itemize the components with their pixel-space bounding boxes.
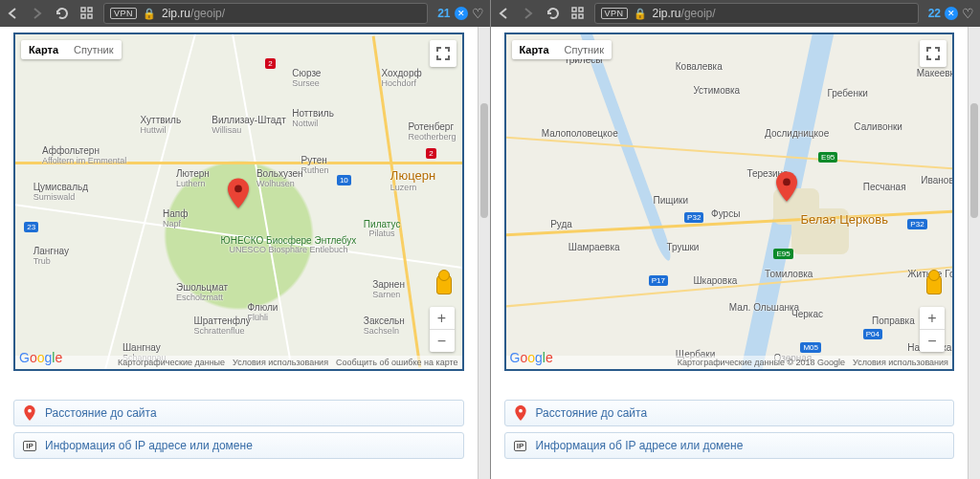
map-place-label: Шамраевка bbox=[568, 242, 620, 252]
zoom-controls: + − bbox=[920, 307, 945, 352]
forward-button[interactable] bbox=[31, 7, 44, 20]
map-place-label: Виллизау-ШтадтWillisau bbox=[212, 115, 286, 135]
map-type-map[interactable]: Карта bbox=[21, 40, 66, 59]
map-type-satellite[interactable]: Спутник bbox=[66, 40, 121, 59]
map-place-label: Трушки bbox=[666, 242, 699, 252]
zoom-controls: + − bbox=[430, 307, 455, 352]
map-type-satellite[interactable]: Спутник bbox=[557, 40, 612, 59]
svg-rect-3 bbox=[88, 14, 92, 18]
map-pin-icon bbox=[228, 178, 249, 208]
map-container[interactable]: Карта Спутник + − СюрзеSurseeНоттвильNot… bbox=[13, 33, 464, 371]
adblock-icon[interactable]: ✕ bbox=[945, 7, 958, 20]
reload-button[interactable] bbox=[56, 7, 69, 20]
reload-button[interactable] bbox=[546, 7, 560, 20]
lock-icon: 🔒 bbox=[634, 8, 647, 20]
widget-distance-label: Расстояние до сайта bbox=[45, 406, 157, 420]
map-place-label: ПилатусPilatus bbox=[364, 219, 401, 239]
zoom-out-button[interactable]: − bbox=[920, 330, 945, 352]
zoom-in-button[interactable]: + bbox=[920, 307, 945, 330]
map-place-label: ШраттенфлуSchrattenflue bbox=[194, 316, 251, 336]
svg-point-5 bbox=[28, 409, 32, 413]
map-place-label: ХуттвильHuttwil bbox=[141, 115, 182, 135]
map-place-label: ЛюцернLuzern bbox=[390, 168, 435, 192]
ip-badge-icon: IP bbox=[22, 438, 37, 453]
map-place-label: ЗаксельнSachseln bbox=[364, 316, 405, 336]
map-place-label: Пищики bbox=[653, 195, 688, 206]
road-badge: 2 bbox=[426, 148, 435, 159]
svg-rect-0 bbox=[81, 8, 85, 11]
road-badge: M05 bbox=[800, 342, 821, 353]
map-place-label: РотенбергReotherberg bbox=[409, 121, 457, 142]
widget-distance[interactable]: Расстояние до сайта bbox=[13, 400, 464, 426]
ip-badge-icon: IP bbox=[513, 438, 528, 453]
map-place-label: Поправка bbox=[872, 316, 915, 326]
road-badge: 10 bbox=[337, 175, 351, 185]
map-type-switch[interactable]: Карта Спутник bbox=[512, 40, 612, 59]
map-place-label: ЦумисвальдSumiswald bbox=[33, 182, 88, 202]
road-badge: P04 bbox=[863, 329, 882, 339]
zoom-in-button[interactable]: + bbox=[430, 307, 455, 330]
browser-pane-left: VPN 🔒 2ip.ru/geoip/ 21 ✕ ♡ Карта bbox=[0, 0, 491, 479]
map-place-label: АффольтернAffoltern im Emmental bbox=[42, 145, 126, 165]
road-badge: P32 bbox=[684, 212, 703, 223]
road-badge: E95 bbox=[818, 152, 837, 163]
address-bar[interactable]: VPN 🔒 2ip.ru/geoip/ bbox=[594, 3, 919, 24]
dual-browser-view: VPN 🔒 2ip.ru/geoip/ 21 ✕ ♡ Карта bbox=[0, 0, 980, 479]
widget-distance[interactable]: Расстояние до сайта bbox=[504, 400, 955, 426]
fullscreen-button[interactable] bbox=[430, 40, 457, 67]
map-place-label: ФлюлиFlühli bbox=[248, 302, 278, 322]
back-button[interactable] bbox=[6, 7, 19, 20]
google-logo: Google bbox=[19, 350, 62, 365]
vpn-badge[interactable]: VPN bbox=[601, 8, 628, 19]
speed-dial-button[interactable] bbox=[80, 7, 94, 20]
page-content: Карта Спутник + − Белая ЦерковьКовалевка… bbox=[491, 27, 969, 479]
heart-icon[interactable]: ♡ bbox=[472, 6, 484, 21]
zoom-out-button[interactable]: − bbox=[430, 330, 455, 352]
blocked-count: 22 bbox=[928, 7, 941, 20]
widget-ipinfo[interactable]: IP Информация об IP адресе или домене bbox=[13, 432, 464, 459]
scrollbar[interactable] bbox=[968, 27, 980, 479]
svg-rect-2 bbox=[81, 14, 85, 18]
svg-rect-1 bbox=[88, 8, 92, 11]
lock-icon: 🔒 bbox=[143, 8, 156, 20]
svg-rect-8 bbox=[572, 14, 576, 18]
forward-button[interactable] bbox=[522, 7, 535, 20]
pegman-icon[interactable] bbox=[924, 273, 945, 302]
map-place-label: Руда bbox=[550, 219, 572, 229]
pegman-icon[interactable] bbox=[434, 273, 455, 302]
distance-pin-icon bbox=[513, 405, 528, 421]
map-place-label: Белая Церковь bbox=[800, 212, 888, 227]
adblock-icon[interactable]: ✕ bbox=[455, 7, 468, 20]
heart-icon[interactable]: ♡ bbox=[962, 6, 974, 21]
toolbar-tray: 21 ✕ ♡ bbox=[437, 6, 483, 21]
distance-pin-icon bbox=[22, 405, 37, 421]
map-place-label: ЭшольцматEscholzmatt bbox=[176, 282, 228, 302]
map-place-label: Ивановка bbox=[921, 175, 954, 185]
map-place-label: Шкаровка bbox=[693, 275, 737, 286]
address-bar[interactable]: VPN 🔒 2ip.ru/geoip/ bbox=[103, 3, 428, 24]
widgets: Расстояние до сайта IP Информация об IP … bbox=[504, 400, 955, 459]
map-pin-icon bbox=[776, 171, 797, 202]
browser-toolbar: VPN 🔒 2ip.ru/geoip/ 22 ✕ ♡ bbox=[491, 0, 981, 27]
svg-rect-6 bbox=[572, 8, 576, 11]
scrollbar-thumb[interactable] bbox=[970, 103, 978, 218]
speed-dial-button[interactable] bbox=[571, 7, 585, 20]
map-place-label: ЗарненSarnen bbox=[372, 279, 405, 299]
fullscreen-button[interactable] bbox=[920, 40, 947, 67]
scrollbar[interactable] bbox=[478, 27, 490, 479]
map-place-label: НоттвильNottwil bbox=[292, 108, 334, 128]
map-place-label: ЛангнауTrub bbox=[33, 246, 69, 266]
map-type-map[interactable]: Карта bbox=[512, 40, 557, 59]
map-place-label: Малополовецкое bbox=[542, 128, 618, 139]
svg-point-10 bbox=[784, 179, 791, 186]
browser-toolbar: VPN 🔒 2ip.ru/geoip/ 21 ✕ ♡ bbox=[0, 0, 490, 27]
back-button[interactable] bbox=[497, 7, 510, 20]
widget-ipinfo[interactable]: IP Информация об IP адресе или домене bbox=[504, 432, 955, 459]
scrollbar-thumb[interactable] bbox=[480, 103, 488, 218]
vpn-badge[interactable]: VPN bbox=[110, 8, 137, 19]
widgets: Расстояние до сайта IP Информация об IP … bbox=[13, 400, 464, 459]
map-place-label: Устимовка bbox=[693, 85, 740, 96]
map-container[interactable]: Карта Спутник + − Белая ЦерковьКовалевка… bbox=[504, 33, 955, 371]
browser-pane-right: VPN 🔒 2ip.ru/geoip/ 22 ✕ ♡ bbox=[491, 0, 981, 479]
map-type-switch[interactable]: Карта Спутник bbox=[21, 40, 122, 59]
